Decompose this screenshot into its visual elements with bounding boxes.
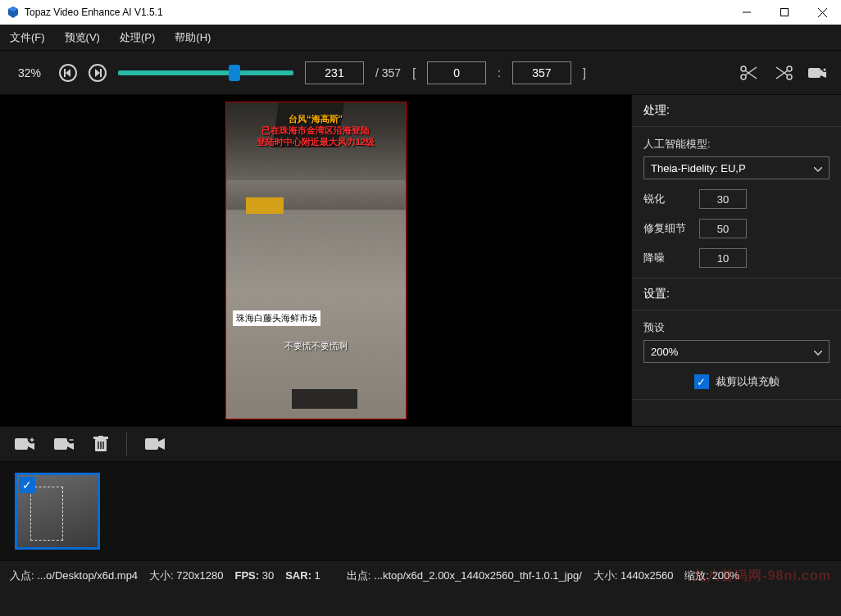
svg-rect-31 [98, 436, 103, 437]
settings-section-header: 设置: [632, 279, 841, 310]
menu-file[interactable]: 文件(F) [10, 30, 45, 45]
timeline-slider[interactable] [118, 70, 293, 75]
frame-separator: / 357 [375, 66, 401, 79]
prev-frame-button[interactable] [59, 64, 77, 82]
in-path: ...o/Desktop/x6d.mp4 [37, 569, 138, 582]
video-frame[interactable]: 台风“海高斯” 已在珠海市金湾区沿海登陆 登陆时中心附近最大风力12级 珠海白藤… [225, 102, 407, 419]
bracket-open: [ [412, 66, 416, 79]
remove-clip-button[interactable] [54, 437, 75, 451]
current-frame-input[interactable]: 231 [305, 61, 364, 84]
thumbnail-strip: ✓ [0, 462, 841, 560]
status-bar: 入点: ...o/Desktop/x6d.mp4 大小: 720x1280 FP… [0, 560, 841, 590]
delete-button[interactable] [93, 436, 108, 452]
next-frame-button[interactable] [89, 64, 107, 82]
out-size: 1440x2560 [621, 569, 673, 582]
preset-label: 预设 [643, 320, 830, 335]
chevron-down-icon [814, 162, 822, 174]
ai-model-label: 人工智能模型: [643, 137, 830, 152]
clip-thumbnail[interactable]: ✓ [15, 473, 100, 550]
menu-preview[interactable]: 预览(V) [65, 30, 100, 45]
range-colon: : [498, 66, 501, 79]
svg-marker-6 [95, 69, 100, 77]
menubar: 文件(F) 预览(V) 处理(P) 帮助(H) [0, 25, 841, 51]
denoise-label: 降噪 [643, 251, 691, 265]
window-titlebar: Topaz Video Enhance AI V1.5.1 [0, 0, 841, 25]
out-path: ...ktop/x6d_2.00x_1440x2560_thf-1.0.1_jp… [374, 569, 582, 582]
add-clip-button[interactable] [15, 437, 36, 451]
crop-label: 裁剪以填充帧 [716, 374, 780, 389]
svg-marker-4 [66, 69, 70, 77]
svg-rect-1 [781, 9, 789, 16]
app-logo-icon [7, 6, 20, 19]
svg-rect-35 [145, 438, 158, 450]
toolbar-divider [126, 433, 127, 455]
window-title: Topaz Video Enhance AI V1.5.1 [25, 7, 728, 18]
svg-marker-36 [158, 438, 165, 450]
sar-value: 1 [315, 569, 320, 582]
side-panel: 处理: 人工智能模型: Theia-Fidelity: EU,P 锐化 30 修… [631, 95, 841, 426]
range-end-input[interactable]: 357 [512, 61, 571, 84]
denoise-input[interactable]: 10 [699, 248, 747, 268]
chevron-down-icon [814, 346, 822, 358]
svg-rect-20 [15, 438, 28, 450]
video-overlay-headline: 台风“海高斯” 已在珠海市金湾区沿海登陆 登陆时中心附近最大风力12级 [226, 113, 406, 147]
maximize-button[interactable] [766, 0, 803, 25]
ai-model-select[interactable]: Theia-Fidelity: EU,P [643, 156, 830, 179]
svg-rect-25 [54, 438, 67, 450]
close-button[interactable] [803, 0, 841, 25]
ai-model-value: Theia-Fidelity: EU,P [651, 162, 746, 174]
menu-process[interactable]: 处理(P) [120, 30, 155, 45]
scale-value: 200% [712, 569, 739, 582]
svg-rect-5 [64, 69, 66, 77]
sharpen-input[interactable]: 30 [699, 189, 747, 209]
svg-rect-16 [808, 68, 821, 78]
fps-value: 30 [262, 569, 274, 582]
menu-help[interactable]: 帮助(H) [175, 30, 211, 45]
preset-value: 200% [651, 346, 678, 358]
clip-toolbar [0, 426, 841, 462]
video-caption-box: 珠海白藤头海鲜市场 [233, 310, 320, 326]
bracket-close: ] [583, 66, 586, 79]
svg-rect-7 [100, 69, 102, 77]
cut-out-icon[interactable] [772, 63, 795, 83]
restore-label: 修复细节 [643, 221, 691, 236]
process-section-header: 处理: [632, 95, 841, 127]
restore-input[interactable]: 50 [699, 219, 747, 238]
record-preview-icon[interactable] [807, 63, 830, 83]
timeline-thumb[interactable] [229, 65, 240, 81]
range-start-input[interactable]: 0 [427, 61, 486, 84]
playback-bar: 32% 231 / 357 [ 0 : 357 ] [0, 51, 841, 95]
cut-in-icon[interactable] [738, 63, 761, 83]
minimize-button[interactable] [728, 0, 766, 25]
crop-checkbox[interactable]: ✓ [694, 374, 709, 389]
in-size: 720x1280 [176, 569, 223, 582]
process-video-button[interactable] [145, 437, 165, 451]
zoom-percent: 32% [11, 66, 48, 79]
video-subtitle: 不要慌不要慌啊 [226, 340, 406, 352]
preset-select[interactable]: 200% [643, 340, 830, 363]
preview-area: 台风“海高斯” 已在珠海市金湾区沿海登陆 登陆时中心附近最大风力12级 珠海白藤… [0, 95, 631, 426]
sharpen-label: 锐化 [643, 192, 691, 206]
svg-point-19 [824, 68, 826, 70]
thumbnail-selected-icon[interactable]: ✓ [19, 477, 35, 493]
